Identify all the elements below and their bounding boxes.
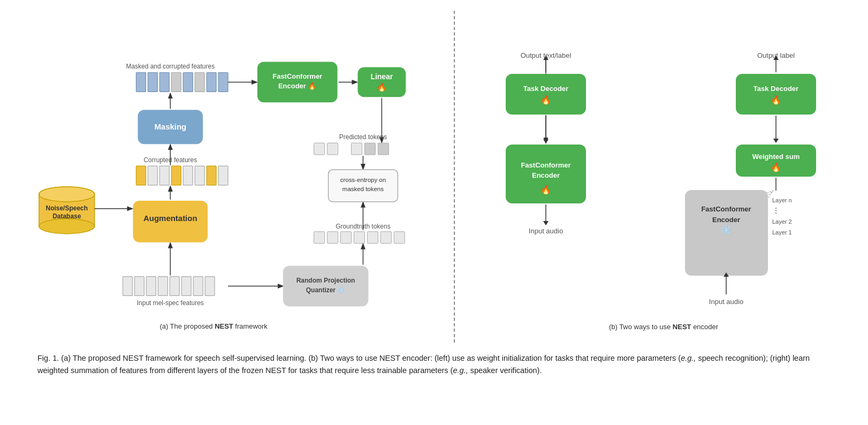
svg-rect-58 — [329, 170, 398, 202]
diagram-area: Noise/Speech Database Input mel-spec fea… — [16, 11, 852, 343]
svg-rect-38 — [207, 72, 216, 92]
svg-rect-36 — [183, 72, 193, 92]
svg-text:FastConformer: FastConformer — [521, 161, 570, 169]
svg-rect-9 — [158, 277, 167, 296]
svg-rect-35 — [171, 72, 181, 92]
svg-text:(b) Two ways to use NEST encod: (b) Two ways to use NEST encoder — [609, 323, 719, 331]
right-diagram-svg: Output text/label Task Decoder 🔥 FastCon… — [455, 32, 868, 343]
svg-rect-13 — [205, 277, 215, 296]
svg-text:Input audio: Input audio — [709, 298, 743, 306]
fig-label: Fig. 1. — [37, 354, 59, 362]
right-diagram: Output text/label Task Decoder 🔥 FastCon… — [455, 11, 868, 343]
svg-rect-21 — [159, 166, 169, 185]
svg-rect-37 — [195, 72, 204, 92]
svg-rect-96 — [736, 74, 816, 115]
svg-rect-22 — [171, 166, 181, 185]
svg-rect-1 — [39, 194, 95, 226]
svg-text:FastConformer: FastConformer — [272, 72, 322, 80]
fig-caption: Fig. 1. (a) The proposed NEST framework … — [16, 343, 852, 377]
svg-rect-68 — [394, 232, 405, 244]
svg-text:Layer 1: Layer 1 — [772, 229, 792, 236]
svg-rect-55 — [378, 143, 389, 155]
svg-rect-20 — [148, 166, 157, 185]
svg-text:Masked and corrupted features: Masked and corrupted features — [126, 63, 215, 70]
svg-marker-85 — [543, 139, 549, 143]
svg-rect-23 — [183, 166, 193, 185]
svg-text:Corrupted features: Corrupted features — [143, 156, 197, 164]
svg-rect-10 — [170, 277, 179, 296]
svg-text:Input mel-spec features: Input mel-spec features — [137, 299, 204, 307]
svg-rect-16 — [133, 201, 208, 242]
svg-rect-52 — [328, 143, 338, 155]
svg-text:Groundtruth tokens: Groundtruth tokens — [336, 223, 390, 230]
svg-rect-51 — [314, 143, 325, 155]
svg-text:Weighted sum: Weighted sum — [752, 153, 800, 161]
svg-rect-7 — [134, 277, 144, 296]
svg-text:🔥: 🔥 — [540, 185, 551, 195]
svg-rect-26 — [218, 166, 228, 185]
svg-rect-67 — [380, 232, 391, 244]
svg-text:🔥: 🔥 — [771, 162, 781, 172]
svg-text:Masking: Masking — [154, 122, 186, 131]
svg-text:Layer n: Layer n — [772, 197, 792, 203]
svg-text:Layer 2: Layer 2 — [772, 218, 792, 225]
svg-text:Encoder 🔥: Encoder 🔥 — [278, 81, 317, 90]
svg-text:Augmentation: Augmentation — [143, 214, 197, 223]
svg-rect-65 — [354, 232, 364, 244]
svg-marker-100 — [773, 139, 779, 143]
svg-text:masked tokens: masked tokens — [342, 186, 384, 192]
svg-text:Linear: Linear — [370, 72, 393, 81]
svg-text:Quantizer ❄️: Quantizer ❄️ — [306, 286, 346, 294]
svg-rect-25 — [207, 166, 216, 185]
svg-text:Database: Database — [52, 212, 81, 220]
svg-rect-34 — [159, 72, 169, 92]
fig-text-1: (a) The proposed NEST framework for spee… — [61, 354, 681, 362]
fig-italic-1: e.g., — [681, 354, 696, 362]
svg-rect-32 — [136, 72, 146, 92]
left-diagram-svg: Noise/Speech Database Input mel-spec fea… — [16, 11, 454, 343]
svg-text:🔥: 🔥 — [771, 95, 781, 105]
svg-text:Task Decoder: Task Decoder — [523, 85, 568, 93]
svg-rect-71 — [283, 266, 369, 307]
svg-rect-24 — [195, 166, 204, 185]
svg-point-2 — [39, 219, 95, 234]
svg-point-3 — [39, 187, 95, 202]
svg-text:Encoder: Encoder — [532, 171, 560, 179]
svg-rect-62 — [314, 232, 325, 244]
svg-rect-101 — [736, 145, 816, 177]
svg-rect-54 — [364, 143, 375, 155]
svg-text:⋮: ⋮ — [772, 206, 780, 215]
svg-text:🔥: 🔥 — [377, 82, 387, 92]
svg-text:Predicted tokens: Predicted tokens — [339, 133, 387, 141]
svg-text:Random Projection: Random Projection — [296, 277, 355, 284]
svg-rect-80 — [506, 74, 586, 115]
svg-rect-30 — [138, 110, 203, 144]
svg-rect-39 — [218, 72, 228, 92]
svg-rect-6 — [123, 277, 133, 296]
svg-text:(a) The proposed NEST framewor: (a) The proposed NEST framework — [159, 322, 268, 330]
fig-text-3: speaker verification). — [468, 366, 542, 375]
svg-rect-64 — [341, 232, 352, 244]
svg-rect-11 — [181, 277, 191, 296]
svg-text:Noise/Speech: Noise/Speech — [46, 204, 88, 212]
svg-text:❄️: ❄️ — [721, 225, 732, 235]
svg-rect-47 — [357, 67, 406, 97]
svg-rect-43 — [257, 62, 338, 103]
svg-rect-8 — [146, 277, 156, 296]
svg-text:cross-entropy on: cross-entropy on — [340, 177, 386, 183]
left-diagram: Noise/Speech Database Input mel-spec fea… — [16, 11, 455, 343]
svg-text:FastConformer: FastConformer — [701, 205, 751, 213]
main-container: Noise/Speech Database Input mel-spec fea… — [0, 0, 868, 425]
svg-rect-53 — [351, 143, 362, 155]
svg-point-0 — [39, 187, 95, 202]
svg-text:🔥: 🔥 — [540, 95, 551, 105]
svg-marker-91 — [543, 221, 549, 225]
svg-text:Input audio: Input audio — [529, 227, 563, 235]
svg-rect-63 — [328, 232, 338, 244]
svg-rect-12 — [193, 277, 203, 296]
fig-italic-2: e.g., — [453, 366, 468, 375]
svg-rect-66 — [367, 232, 378, 244]
svg-text:Encoder: Encoder — [712, 216, 740, 224]
svg-text:Task Decoder: Task Decoder — [753, 85, 798, 93]
svg-rect-19 — [136, 166, 146, 185]
